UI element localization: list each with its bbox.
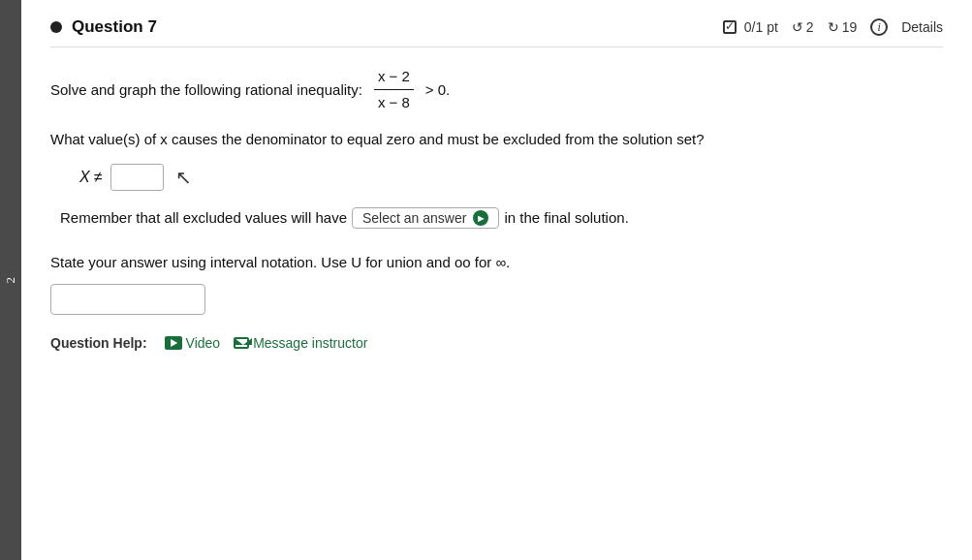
sub-question-text: What value(s) of x causes the denominato… bbox=[50, 128, 943, 150]
question-help: Question Help: Video Message instructor bbox=[50, 332, 943, 354]
video-icon bbox=[165, 336, 182, 350]
undo-count: 2 bbox=[806, 19, 814, 35]
x-neq-label: X ≠ bbox=[79, 165, 103, 190]
retry-icon: ↻ bbox=[828, 19, 839, 35]
remember-row: Remember that all excluded values will h… bbox=[60, 206, 943, 230]
interval-input[interactable] bbox=[50, 284, 205, 315]
fraction-denominator: x − 8 bbox=[374, 90, 414, 114]
problem-statement: Solve and graph the following rational i… bbox=[50, 65, 943, 114]
x-input-row: X ≠ ↖ bbox=[79, 162, 943, 193]
fraction-numerator: x − 2 bbox=[374, 65, 414, 90]
main-content: Question 7 0/1 pt ↺ 2 ↻ 19 i Details Sol… bbox=[21, 0, 972, 560]
intro-text: Solve and graph the following rational i… bbox=[50, 78, 362, 102]
undo-section[interactable]: ↺ 2 bbox=[792, 19, 814, 35]
message-instructor-link[interactable]: Message instructor bbox=[234, 332, 367, 354]
fraction-container: x − 2 x − 8 bbox=[374, 65, 414, 114]
undo-icon: ↺ bbox=[792, 19, 803, 35]
mail-icon bbox=[234, 337, 249, 349]
help-label: Question Help: bbox=[50, 332, 147, 354]
remember-prefix: Remember that all excluded values will h… bbox=[60, 206, 347, 230]
score-value: 0/1 pt bbox=[744, 19, 778, 35]
sub-question-label: What value(s) of x causes the denominato… bbox=[50, 131, 705, 147]
video-label: Video bbox=[186, 332, 221, 354]
question-header: Question 7 0/1 pt ↺ 2 ↻ 19 i Details bbox=[50, 17, 943, 47]
retry-count: 19 bbox=[842, 19, 858, 35]
select-answer-arrow-icon: ► bbox=[473, 210, 488, 226]
details-info-button[interactable]: i bbox=[870, 18, 888, 36]
details-link[interactable]: Details bbox=[901, 19, 943, 35]
greater-than-zero: > 0. bbox=[425, 78, 450, 102]
select-answer-button[interactable]: Select an answer ► bbox=[352, 207, 499, 229]
retry-section[interactable]: ↻ 19 bbox=[828, 19, 858, 35]
remember-suffix: in the final solution. bbox=[504, 206, 628, 230]
question-title: Question 7 bbox=[72, 17, 157, 37]
interval-section: State your answer using interval notatio… bbox=[50, 251, 943, 315]
sidebar-number: 2 bbox=[3, 277, 18, 284]
fraction: x − 2 x − 8 bbox=[370, 65, 418, 114]
question-title-row: Question 7 bbox=[50, 17, 157, 37]
cursor-arrow-icon: ↖ bbox=[175, 162, 192, 193]
sidebar-tab: 2 bbox=[0, 0, 21, 560]
header-right: 0/1 pt ↺ 2 ↻ 19 i Details bbox=[723, 18, 943, 36]
x-value-input[interactable] bbox=[110, 164, 164, 191]
video-link[interactable]: Video bbox=[165, 332, 221, 354]
question-dot bbox=[50, 21, 62, 33]
interval-label: State your answer using interval notatio… bbox=[50, 254, 510, 270]
select-answer-label: Select an answer bbox=[362, 210, 466, 226]
score-section: 0/1 pt bbox=[723, 19, 778, 35]
question-body: Solve and graph the following rational i… bbox=[50, 65, 943, 355]
message-instructor-label: Message instructor bbox=[253, 332, 367, 354]
checkbox-icon bbox=[723, 20, 737, 34]
